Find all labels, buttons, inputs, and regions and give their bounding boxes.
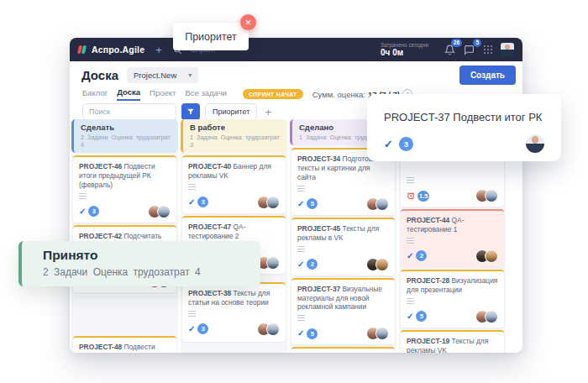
app-window: Аспро.Agile + Спринт Затрачено сегодня 0… [70, 38, 522, 353]
assignee-avatars [475, 310, 498, 323]
task-card[interactable]: PROJECT-48 Подвести итоги РК ✓2 [73, 336, 176, 353]
avatar [485, 189, 498, 202]
column-in-progress: В работе 1 Задача Оценка трудозатрат 3 P… [181, 119, 287, 353]
check-icon: ✓ [297, 260, 304, 269]
app-name: Аспро.Agile [92, 45, 144, 55]
task-card[interactable]: PROJECT-28 Визуализация для презентации … [401, 270, 504, 328]
description-icon [188, 184, 196, 190]
search-input[interactable] [82, 103, 176, 120]
filter-bar: Приоритет + [82, 103, 271, 120]
overdue-clock-icon [407, 192, 415, 200]
board-header: Доска Project.New ▾ Создать [81, 66, 516, 85]
column-header: Сделать 2 Задачи Оценка трудозатрат 4 [71, 119, 178, 153]
notifications-bell-icon[interactable]: 26 [443, 43, 456, 56]
chevron-down-icon: ▾ [188, 72, 192, 79]
task-card[interactable]: PROJECT-37 Визуальные материалы для ново… [291, 278, 395, 345]
task-card[interactable]: PROJECT-23 Итоги РК ✓5 [291, 347, 395, 353]
assignee-avatars [257, 196, 280, 209]
project-select-value: Project.New [134, 71, 176, 80]
description-icon [407, 298, 414, 304]
description-icon [297, 186, 305, 192]
avatar [157, 205, 171, 218]
task-card-alert[interactable]: PROJECT-44 QA-тестирование 1 ✓2 [401, 209, 504, 267]
assignee-avatars [148, 205, 171, 218]
tab-backlog[interactable]: Баклог [82, 88, 108, 100]
priority-tooltip-label: Приоритет [185, 31, 237, 43]
task-card-callout-footer: ✓ 3 [384, 134, 544, 153]
estimate-badge: 3 [197, 323, 208, 334]
avatar [266, 196, 280, 209]
description-icon [407, 177, 414, 183]
assignee-avatars [475, 189, 498, 202]
sprint-status-badge: СПРИНТ НАЧАТ [243, 89, 303, 99]
description-icon [297, 315, 305, 321]
time-tracker-label: Затрачено сегодня [381, 42, 428, 48]
board-tabs: Баклог Доска Проект Все задачи СПРИНТ НА… [82, 87, 412, 101]
app-logo-icon [78, 45, 86, 54]
tab-all-tasks[interactable]: Все задачи [185, 88, 227, 100]
page-title: Доска [81, 68, 118, 82]
filter-chip-priority[interactable]: Приоритет [205, 103, 257, 120]
user-avatar[interactable] [501, 43, 514, 56]
quick-add-icon[interactable]: + [155, 45, 162, 55]
description-icon [407, 238, 414, 244]
avatar [375, 258, 389, 271]
assignee-avatars [257, 323, 280, 336]
check-icon: ✓ [407, 252, 413, 260]
check-icon: ✓ [384, 138, 393, 150]
avatar [375, 197, 389, 211]
avatar [526, 134, 544, 153]
appbar: Аспро.Agile + Спринт Затрачено сегодня 0… [70, 38, 522, 61]
assignee-avatars [366, 258, 389, 271]
time-tracker: Затрачено сегодня 0ч 0м [381, 42, 428, 57]
avatar [266, 256, 280, 270]
check-icon: ✓ [407, 312, 413, 321]
description-icon [79, 193, 87, 199]
apps-grid-icon[interactable] [481, 43, 495, 56]
column-header: В работе 1 Задача Оценка трудозатрат 3 [181, 119, 287, 153]
funnel-icon [186, 108, 195, 116]
estimate-badge: 3 [88, 206, 99, 217]
estimate-badge: 2 [307, 259, 318, 270]
check-icon: ✓ [79, 207, 86, 216]
assignee-avatars [257, 256, 280, 270]
task-card-callout-title: PROJECT-37 Подвести итог РК [384, 111, 544, 123]
filter-button[interactable] [181, 103, 200, 120]
assignee-avatars [366, 327, 389, 340]
task-card[interactable]: PROJECT-19 Тексты для рекламы VK ✓5 [401, 330, 504, 353]
messages-count-badge: 5 [473, 39, 481, 47]
estimate-badge: 3 [197, 197, 208, 207]
tab-project[interactable]: Проект [150, 88, 176, 100]
task-card[interactable]: PROJECT-40 Баннер для рекламы VK ✓3 [182, 155, 286, 213]
priority-tooltip: Приоритет ✕ [173, 23, 249, 50]
estimate-badge: 5 [307, 198, 318, 209]
avatar [266, 323, 280, 336]
accepted-column-callout: Принято 2 Задачи Оценка трудозатрат 4 [18, 241, 260, 286]
sprint-summary-label: Сумм. оценка: [312, 90, 365, 99]
notifications-count-badge: 26 [451, 39, 462, 47]
task-card[interactable]: 1.5 [401, 155, 504, 207]
avatar [375, 327, 389, 340]
project-select[interactable]: Project.New ▾ [127, 67, 198, 83]
column-cards: PROJECT-34 Подготовить тексты и картинки… [290, 147, 396, 353]
close-icon[interactable]: ✕ [240, 14, 256, 30]
task-card-callout: PROJECT-37 Подвести итог РК ✓ 3 [367, 94, 561, 161]
avatar [485, 249, 498, 263]
create-button[interactable]: Создать [459, 66, 516, 85]
check-icon: ✓ [297, 329, 304, 338]
check-icon: ✓ [188, 198, 195, 207]
messages-icon[interactable]: 5 [462, 43, 475, 56]
accepted-subtitle: 2 Задачи Оценка трудозатрат 4 [43, 266, 260, 278]
description-icon [297, 246, 305, 252]
description-icon [188, 311, 196, 317]
task-card[interactable]: PROJECT-38 Тексты для статьи на основе т… [182, 282, 286, 342]
task-card[interactable]: PROJECT-46 Подвести итоги предыдущей РК … [73, 155, 176, 223]
task-card[interactable]: PROJECT-45 Тексты для рекламы в VK ✓2 [291, 218, 395, 275]
assignee-avatars [366, 197, 389, 211]
check-icon: ✓ [297, 200, 304, 208]
tab-board[interactable]: Доска [117, 87, 140, 101]
assignee-avatars [475, 249, 498, 263]
estimate-badge: 5 [416, 311, 427, 322]
page: Аспро.Agile + Спринт Затрачено сегодня 0… [0, 0, 588, 383]
add-filter-icon[interactable]: + [265, 106, 271, 118]
